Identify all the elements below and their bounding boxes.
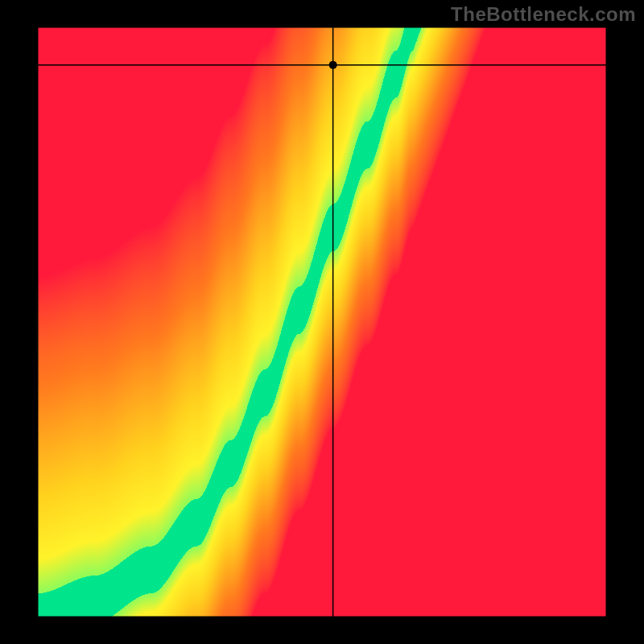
- chart-frame: TheBottleneck.com: [0, 0, 644, 644]
- bottleneck-heatmap: [37, 27, 607, 617]
- watermark-text: TheBottleneck.com: [451, 3, 636, 26]
